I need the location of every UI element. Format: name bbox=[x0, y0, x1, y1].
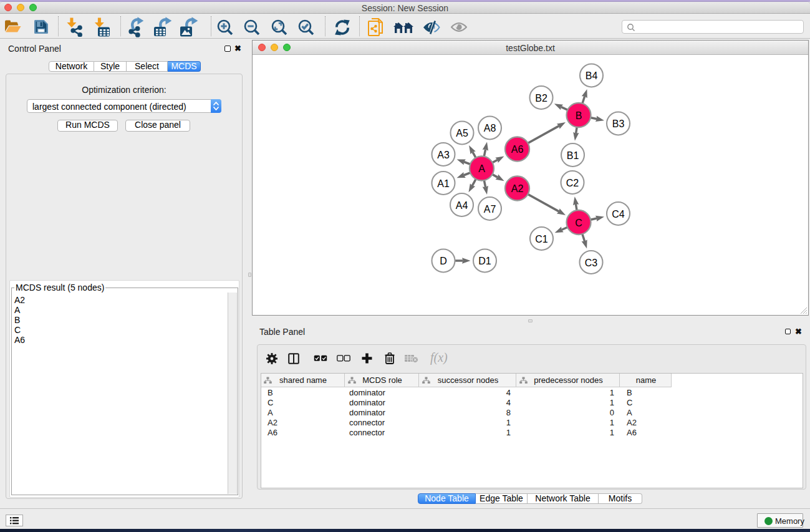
svg-text:A3: A3 bbox=[437, 150, 450, 160]
svg-text:A7: A7 bbox=[484, 204, 496, 215]
svg-text:B3: B3 bbox=[612, 118, 625, 129]
svg-text:C2: C2 bbox=[566, 178, 579, 188]
svg-text:C: C bbox=[575, 218, 582, 228]
svg-text:C4: C4 bbox=[612, 209, 625, 220]
svg-text:D: D bbox=[440, 256, 447, 266]
svg-text:C1: C1 bbox=[535, 234, 548, 244]
svg-text:B1: B1 bbox=[567, 150, 579, 161]
svg-text:A6: A6 bbox=[511, 144, 524, 155]
svg-text:C3: C3 bbox=[585, 258, 598, 268]
svg-text:A: A bbox=[478, 163, 485, 174]
svg-text:B4: B4 bbox=[586, 70, 598, 81]
svg-text:A4: A4 bbox=[456, 200, 468, 211]
svg-text:B2: B2 bbox=[535, 93, 547, 104]
svg-text:A5: A5 bbox=[456, 128, 468, 138]
svg-text:D1: D1 bbox=[478, 256, 491, 266]
svg-text:A2: A2 bbox=[511, 183, 524, 194]
svg-text:A1: A1 bbox=[437, 178, 450, 189]
svg-text:A8: A8 bbox=[484, 123, 496, 133]
svg-text:B: B bbox=[576, 110, 582, 121]
